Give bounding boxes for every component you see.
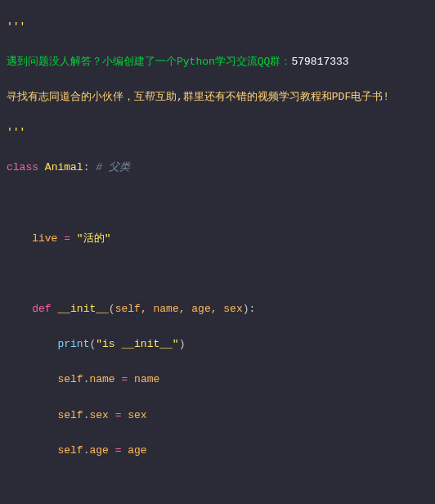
self-kw: self: [57, 373, 83, 385]
blank-line: [7, 265, 428, 283]
class-name-animal: Animal: [45, 161, 83, 173]
class-keyword: class: [7, 161, 38, 173]
notice-line-2: 寻找有志同道合的小伙伴，互帮互助,群里还有不错的视频学习教程和PDF电子书!: [7, 88, 428, 106]
code-line: print("is __init__"): [7, 335, 428, 353]
param-sex: sex: [128, 409, 146, 421]
code-editor: ''' 遇到问题没人解答？小编创建了一个Python学习交流QQ群：579817…: [0, 0, 435, 504]
self-kw: self: [57, 444, 83, 457]
fn-init: __init__: [57, 303, 108, 315]
code-line: self.age = age: [7, 442, 428, 460]
var-live: live: [32, 232, 57, 245]
init-params: self, name, age, sex: [115, 303, 243, 315]
qq-number: 579817333: [291, 56, 348, 68]
str-live: "活的": [77, 232, 111, 245]
blank-line: [7, 195, 428, 213]
notice-line-1: 遇到问题没人解答？小编创建了一个Python学习交流QQ群：579817333: [7, 53, 428, 71]
code-line: self.name = name: [7, 371, 428, 389]
param-age: age: [128, 444, 146, 457]
attr-name: name: [89, 373, 114, 385]
triple-quote: ''': [7, 126, 25, 138]
code-line: ''': [7, 124, 428, 142]
attr-sex: sex: [89, 409, 108, 421]
op-eq: =: [109, 409, 128, 421]
self-kw: self: [57, 409, 83, 421]
op-eq: =: [115, 373, 134, 385]
code-line: live = "活的": [7, 230, 428, 248]
comment-parent: # 父类: [96, 161, 130, 173]
code-line: class Animal: # 父类: [7, 159, 428, 177]
str-is-init: "is __init__": [96, 338, 178, 350]
print-call: print: [57, 338, 89, 350]
code-line: ''': [7, 18, 428, 36]
op-eq: =: [109, 444, 128, 457]
triple-quote: ''': [7, 20, 25, 33]
notice-text: 遇到问题没人解答？小编创建了一个Python学习交流QQ群：: [7, 56, 291, 68]
attr-age: age: [89, 444, 108, 457]
code-line: def __init__(self, name, age, sex):: [7, 300, 428, 318]
def-keyword: def: [32, 303, 51, 315]
op-eq: =: [57, 232, 76, 245]
blank-line: [7, 477, 428, 495]
param-name: name: [134, 373, 159, 385]
code-line: self.sex = sex: [7, 407, 428, 425]
